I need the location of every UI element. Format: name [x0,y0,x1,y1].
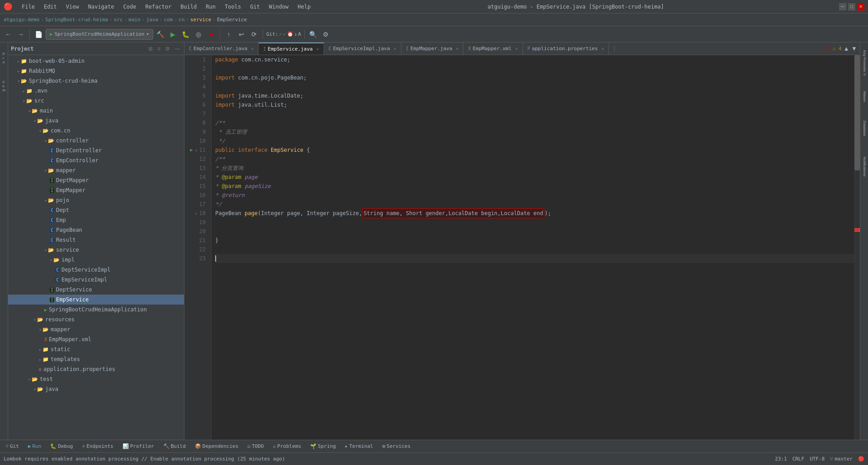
tree-item-empservice[interactable]: I EmpService [8,295,184,305]
tree-item-controller[interactable]: ▾📂 controller [8,136,184,146]
menu-file[interactable]: File [20,3,37,11]
crlf-status[interactable]: CRLF [793,456,805,462]
maven-icon[interactable]: Maven [860,83,868,110]
project-panel-expand-btn[interactable]: ⊞ [147,45,154,52]
tree-item-mapper[interactable]: ▾📂 mapper [8,165,184,175]
tree-item-deptservice[interactable]: I DeptService [8,285,184,295]
tab-more-button[interactable]: ⋮ [609,46,620,52]
recent-files-button[interactable]: 📄 [33,29,44,40]
database-icon[interactable]: Database [860,110,868,146]
key-promoter-icon[interactable]: Key Promoter X [860,42,868,83]
menu-navigate[interactable]: Navigate [86,3,116,11]
tree-item-.mvn[interactable]: ▸📁 .mvn [8,86,184,96]
tree-item-src[interactable]: ▾📂 src [8,96,184,106]
bc-java[interactable]: java [146,17,158,23]
tree-item-deptcontroller[interactable]: C DeptController [8,146,184,155]
bc-service[interactable]: service [190,17,211,23]
menu-refactor[interactable]: Refactor [143,3,173,11]
menu-code[interactable]: Code [122,3,138,11]
bc-main[interactable]: main [128,17,141,23]
build-toolbar-btn[interactable]: 🔨 Build [160,442,189,450]
bc-src[interactable]: src [114,17,123,23]
tree-item-test[interactable]: ▾📂 test [8,374,184,384]
menu-view[interactable]: View [64,3,81,11]
tree-item-impl[interactable]: ▾📂 impl [8,255,184,265]
tree-item-service[interactable]: ▾📂 service [8,245,184,255]
tree-item-templates[interactable]: ▸📁 templates [8,354,184,364]
dependencies-toolbar-btn[interactable]: 📦 Dependencies [192,442,241,450]
endpoints-toolbar-btn[interactable]: ⚡ Endpoints [80,442,116,450]
tree-item-com.cn[interactable]: ▾📂 com.cn [8,126,184,136]
tree-item-emp[interactable]: C Emp [8,215,184,225]
services-toolbar-btn[interactable]: ⚙ Services [379,442,413,450]
tab-emp-service[interactable]: I EmpService.java ✕ [259,42,324,55]
close-button[interactable]: ✕ [857,3,864,10]
update-button[interactable]: ↑ [223,29,234,40]
tab-close-mapper-icon[interactable]: ✕ [456,46,458,51]
tree-item-deptmapper[interactable]: I DeptMapper [8,175,184,185]
error-up-btn[interactable]: ▲ [844,45,849,52]
tree-item-resources[interactable]: ▾📂 resources [8,315,184,324]
gutter-run-icon[interactable]: ▶ [190,146,193,155]
tree-item-main[interactable]: ▾📂 main [8,106,184,116]
tab-close-icon[interactable]: ✕ [251,46,254,51]
tree-item-empcontroller[interactable]: C EmpController [8,155,184,165]
project-sidebar-icon[interactable]: Pro [0,44,8,71]
tab-emp-mapper[interactable]: I EmpMapper.java ✕ [401,42,464,55]
code-editor[interactable]: 12345678910▶↓11121314151617↓181920212223… [184,55,860,440]
commit-sidebar-icon[interactable]: Com [0,72,8,99]
tree-item-result[interactable]: C Result [8,235,184,245]
tree-item-empmapper.xml[interactable]: X EmpMapper.xml [8,334,184,344]
terminal-toolbar-btn[interactable]: ▸ Terminal [342,442,376,450]
tab-emp-controller[interactable]: C EmpController.java ✕ [184,42,259,55]
menu-help[interactable]: Help [296,3,312,11]
maximize-button[interactable]: □ [848,3,855,10]
bc-file[interactable]: EmpService [217,17,247,23]
tree-item-pagebean[interactable]: C PageBean [8,225,184,235]
debug-button[interactable]: 🐛 [180,29,191,40]
menu-git[interactable]: Git [248,3,262,11]
tab-close-impl-icon[interactable]: ✕ [394,46,396,51]
run-toolbar-btn[interactable]: ▶ Run [25,442,44,450]
branch-status[interactable]: ⑂ master [830,456,853,462]
back-button[interactable]: ← [3,29,14,40]
bc-project[interactable]: atguigu-demo [4,17,39,23]
tree-item-java[interactable]: ▾📂 java [8,384,184,394]
menu-build[interactable]: Build [179,3,198,11]
tree-item-springboot-crud-heima[interactable]: ▾📂 SpringBoot-crud-heima [8,76,184,86]
tree-item-springbootcrudheimaapplication[interactable]: ▶ SpringBootCrudHeimaApplication [8,305,184,315]
code-content[interactable]: package com.cn.service;import com.cn.poj… [212,55,854,440]
tree-item-application.properties[interactable]: ⚙ application.properties [8,364,184,374]
run-config-selector[interactable]: ▶ SpringBootCrudHeimaApplication ▾ [46,29,153,40]
tree-item-deptserviceimpl[interactable]: C DeptServiceImpl [8,265,184,275]
build-button[interactable]: 🔨 [155,29,166,40]
spring-toolbar-btn[interactable]: 🌱 Spring [307,442,339,450]
bc-module[interactable]: SpringBoot-crud-heima [45,17,108,23]
menu-run[interactable]: Run [204,3,217,11]
encoding-status[interactable]: UTF-8 [810,456,825,462]
menu-tools[interactable]: Tools [223,3,243,11]
tab-close-prop-icon[interactable]: ✕ [601,46,604,51]
stop-button[interactable]: ■ [206,29,217,40]
run-button[interactable]: ▶ [168,29,179,40]
notifications-icon[interactable]: Notifications [860,146,868,187]
coverage-button[interactable]: ◎ [193,29,204,40]
minimize-button[interactable]: ─ [839,3,846,10]
tab-close-xml-icon[interactable]: ✕ [515,46,518,51]
tree-item-static[interactable]: ▸📁 static [8,344,184,354]
tree-item-empmapper[interactable]: I EmpMapper [8,185,184,195]
bc-cn[interactable]: cn [179,17,184,23]
tree-item-pojo[interactable]: ▾📂 pojo [8,195,184,205]
search-everywhere-button[interactable]: 🔍 [308,29,319,40]
settings-button[interactable]: ⚙ [321,29,331,40]
rollback-button[interactable]: ↩ [236,29,247,40]
tab-emp-mapper-xml[interactable]: X EmpMapper.xml ✕ [463,42,523,55]
tree-item-boot-web-05-admin[interactable]: ▸📁 boot-web-05-admin [8,56,184,66]
menu-window[interactable]: Window [267,3,290,11]
git-toolbar-btn[interactable]: ⑂ Git [3,442,22,450]
tree-item-empserviceimpl[interactable]: C EmpServiceImpl [8,275,184,285]
tab-app-properties[interactable]: P application.properties ✕ [523,42,609,55]
project-panel-settings-btn[interactable]: ⚙ [164,45,171,52]
tab-emp-service-impl[interactable]: C EmpServiceImpl.java ✕ [324,42,401,55]
bc-com[interactable]: com [164,17,173,23]
